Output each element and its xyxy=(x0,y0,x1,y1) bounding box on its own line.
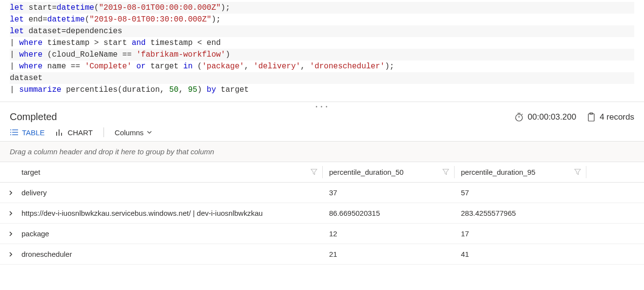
cell-p95: 57 xyxy=(454,183,586,203)
row-expander[interactable] xyxy=(8,209,13,217)
cell-target: package xyxy=(15,224,322,244)
cell-target: delivery xyxy=(15,183,322,203)
chart-icon xyxy=(55,128,64,136)
columns-label: Columns xyxy=(115,128,144,137)
tab-chart[interactable]: CHART xyxy=(55,128,92,137)
cell-target: https://dev-i-iuosnlbwkzkau.servicebus.w… xyxy=(15,203,322,224)
divider xyxy=(104,127,104,137)
cell-p50: 12 xyxy=(322,224,454,244)
cell-p95: 41 xyxy=(454,244,586,265)
filter-icon[interactable] xyxy=(574,168,581,176)
svg-rect-1 xyxy=(588,114,594,121)
group-drop-zone[interactable]: Drag a column header and drop it here to… xyxy=(0,141,644,162)
table-row: delivery3757 xyxy=(0,183,644,203)
stopwatch-icon xyxy=(514,112,524,122)
tab-chart-label: CHART xyxy=(67,128,92,137)
row-expander[interactable] xyxy=(8,188,13,197)
status-duration: 00:00:03.200 xyxy=(514,112,576,122)
header-p50[interactable]: percentile_duration_50 xyxy=(322,162,454,183)
tab-table[interactable]: TABLE xyxy=(10,128,44,137)
header-target[interactable]: target xyxy=(15,162,322,183)
columns-button[interactable]: Columns xyxy=(115,128,152,137)
table-row: https://dev-i-iuosnlbwkzkau.servicebus.w… xyxy=(0,203,644,224)
tab-table-label: TABLE xyxy=(22,128,44,137)
cell-p95: 17 xyxy=(454,224,586,244)
cell-p95: 283.4255577965 xyxy=(454,203,586,224)
row-expander[interactable] xyxy=(8,229,13,238)
row-expander[interactable] xyxy=(8,250,13,258)
view-tabs: TABLE CHART Columns xyxy=(0,127,644,141)
query-editor[interactable]: let start=datetime("2019-08-01T00:00:00.… xyxy=(0,0,644,102)
header-expander xyxy=(0,162,15,183)
status-bar: Completed 00:00:03.200 4 records xyxy=(0,109,644,127)
chevron-down-icon xyxy=(146,129,152,135)
status-text: Completed xyxy=(10,111,503,123)
filter-icon[interactable] xyxy=(311,168,317,176)
clipboard-icon xyxy=(587,112,596,122)
results-table: target percentile_duration_50 percentile… xyxy=(0,162,644,265)
header-spacer xyxy=(586,162,644,183)
cell-target: dronescheduler xyxy=(15,244,322,265)
cell-p50: 37 xyxy=(322,183,454,203)
cell-p50: 21 xyxy=(322,244,454,265)
filter-icon[interactable] xyxy=(442,168,449,176)
table-icon xyxy=(10,129,19,136)
pane-resize-handle[interactable]: • • • xyxy=(0,102,644,109)
table-row: dronescheduler2141 xyxy=(0,244,644,265)
cell-p50: 86.6695020315 xyxy=(322,203,454,224)
table-row: package1217 xyxy=(0,224,644,244)
header-p95[interactable]: percentile_duration_95 xyxy=(454,162,586,183)
status-records: 4 records xyxy=(587,112,634,122)
